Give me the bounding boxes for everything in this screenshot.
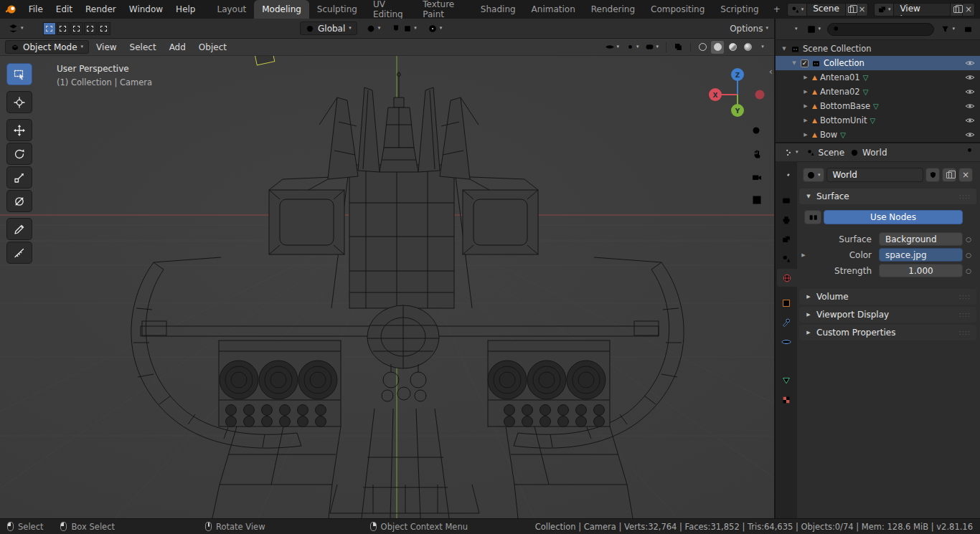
shading-dropdown[interactable]: ▾ <box>756 41 769 54</box>
use-nodes-button[interactable]: Use Nodes <box>824 210 963 224</box>
outliner-row-scene-collection[interactable]: ▼ Scene Collection <box>776 42 980 56</box>
scene-name[interactable]: Scene <box>807 4 845 16</box>
properties-editor-dropdown[interactable]: ▾ <box>781 148 801 158</box>
collection-checkbox[interactable]: ✓ <box>801 59 809 67</box>
object-visibility-dropdown[interactable]: ▾ <box>603 41 621 54</box>
show-overlays-dropdown[interactable]: ▾ <box>643 41 661 54</box>
tab-constraint-properties[interactable] <box>776 352 797 370</box>
outliner-editor-dropdown[interactable]: ▾ <box>781 24 800 34</box>
tool-scale[interactable] <box>6 166 32 189</box>
node-socket-decorator[interactable]: ○ <box>963 267 974 275</box>
tab-rendering[interactable]: Rendering <box>583 0 643 19</box>
browse-view-layer-button[interactable]: ▾ <box>875 4 895 16</box>
pin-button[interactable] <box>965 147 974 158</box>
tab-sculpting[interactable]: Sculpting <box>309 0 365 19</box>
eye-icon[interactable] <box>965 117 975 124</box>
navigation-gizmo[interactable]: Z X Y <box>707 65 768 125</box>
sidebar-collapse-arrow[interactable]: ‹ <box>769 66 773 77</box>
snap-dropdown[interactable]: ▾ <box>389 24 419 34</box>
shading-solid-button[interactable] <box>711 41 724 54</box>
outliner-row-object[interactable]: ▶ ▲ Antena01 ▽ <box>776 70 980 85</box>
select-mode-intersect[interactable] <box>98 22 110 35</box>
pan-button[interactable] <box>749 146 765 162</box>
tab-modeling[interactable]: Modeling <box>254 0 309 19</box>
shading-material-button[interactable] <box>726 41 739 54</box>
browse-world-button[interactable]: ▾ <box>803 168 824 182</box>
disclosure-icon[interactable]: ▶ <box>802 118 809 123</box>
panel-grip-handle[interactable]: :::: <box>959 193 971 200</box>
node-tree-button[interactable] <box>804 210 821 224</box>
panel-grip-handle[interactable]: :::: <box>959 293 971 300</box>
menu-file[interactable]: File <box>22 0 50 19</box>
color-image-field[interactable]: space.jpg <box>879 248 963 262</box>
tab-compositing[interactable]: Compositing <box>643 0 712 19</box>
menu-edit[interactable]: Edit <box>50 0 79 19</box>
tool-transform[interactable] <box>6 190 32 212</box>
menu-select[interactable]: Select <box>124 42 162 52</box>
browse-scene-button[interactable]: ▾ <box>788 4 808 16</box>
menu-add[interactable]: Add <box>164 42 192 52</box>
viewport-display-panel-header[interactable]: ▶ Viewport Display :::: <box>799 307 976 323</box>
tab-render-properties[interactable] <box>776 191 797 209</box>
tab-physics-properties[interactable] <box>776 333 797 351</box>
unlink-world-button[interactable]: × <box>958 168 973 182</box>
3d-viewport[interactable]: User Perspective (1) Collection | Camera <box>0 56 774 518</box>
eye-icon[interactable] <box>965 74 975 81</box>
tool-cursor[interactable] <box>6 91 32 113</box>
tab-layout[interactable]: Layout <box>209 0 254 19</box>
panel-grip-handle[interactable]: :::: <box>959 311 971 318</box>
select-mode-extend[interactable] <box>57 22 70 35</box>
eye-icon[interactable] <box>965 131 975 138</box>
strength-value-field[interactable]: 1.000 <box>879 264 963 277</box>
disclosure-icon[interactable]: ▼ <box>781 46 788 52</box>
custom-properties-panel-header[interactable]: ▶ Custom Properties :::: <box>799 325 976 340</box>
gizmo-x-negative[interactable] <box>755 90 765 100</box>
select-mode-subtract[interactable] <box>70 22 83 35</box>
interaction-mode-dropdown[interactable]: Object Mode ▾ <box>5 40 89 54</box>
tool-rotate[interactable] <box>6 143 32 165</box>
menu-view[interactable]: View <box>90 42 122 52</box>
outliner-row-object[interactable]: ▶ ▲ BottomUnit ▽ <box>776 113 980 128</box>
blender-logo-icon[interactable] <box>0 0 22 19</box>
tab-output-properties[interactable] <box>776 211 797 229</box>
node-socket-decorator[interactable]: ○ <box>963 236 974 243</box>
expand-color-icon[interactable]: ▶ <box>797 252 810 258</box>
editor-type-dropdown[interactable]: ▾ <box>6 23 26 34</box>
tab-modifier-properties[interactable] <box>776 313 797 331</box>
eye-icon[interactable] <box>965 88 975 95</box>
tool-select-box[interactable] <box>6 63 32 85</box>
tab-texture-paint[interactable]: Texture Paint <box>415 0 473 19</box>
disclosure-icon[interactable]: ▶ <box>802 89 809 95</box>
camera-view-button[interactable] <box>749 169 765 185</box>
zoom-button[interactable] <box>749 123 765 139</box>
tool-measure[interactable] <box>6 242 32 264</box>
eye-icon[interactable] <box>965 59 975 67</box>
outliner-filter-dropdown[interactable]: ▾ <box>938 24 957 34</box>
tab-animation[interactable]: Animation <box>524 0 583 19</box>
transform-orientation-dropdown[interactable]: Global ▾ <box>300 22 357 35</box>
menu-window[interactable]: Window <box>123 0 169 19</box>
world-name-field[interactable]: World <box>826 168 923 182</box>
outliner-row-collection[interactable]: ▼ ✓ Collection <box>776 56 980 70</box>
select-mode-invert[interactable] <box>84 22 97 35</box>
select-mode-new[interactable] <box>43 22 56 35</box>
tab-uv-editing[interactable]: UV Editing <box>365 0 415 19</box>
surface-type-dropdown[interactable]: Background <box>879 232 963 246</box>
volume-panel-header[interactable]: ▶ Volume :::: <box>799 289 976 305</box>
tab-object-data-properties[interactable] <box>776 371 797 389</box>
new-collection-button[interactable] <box>961 24 975 34</box>
menu-help[interactable]: Help <box>169 0 202 19</box>
disclosure-icon[interactable]: ▶ <box>802 75 809 80</box>
outliner-display-mode-dropdown[interactable]: ▾ <box>804 24 824 34</box>
orthographic-toggle-button[interactable] <box>749 192 765 208</box>
new-scene-button[interactable] <box>845 4 857 16</box>
tab-view-layer-properties[interactable] <box>776 230 797 248</box>
outliner-row-object[interactable]: ▶ ▲ BottomBase ▽ <box>776 99 980 113</box>
tab-shading[interactable]: Shading <box>473 0 524 19</box>
panel-grip-handle[interactable]: :::: <box>959 329 971 336</box>
tab-world-properties[interactable] <box>777 269 797 287</box>
breadcrumb-scene[interactable]: Scene <box>806 148 845 158</box>
node-socket-decorator[interactable]: ○ <box>963 252 974 259</box>
show-gizmo-dropdown[interactable]: ▾ <box>623 41 641 54</box>
xray-toggle[interactable] <box>672 41 685 54</box>
